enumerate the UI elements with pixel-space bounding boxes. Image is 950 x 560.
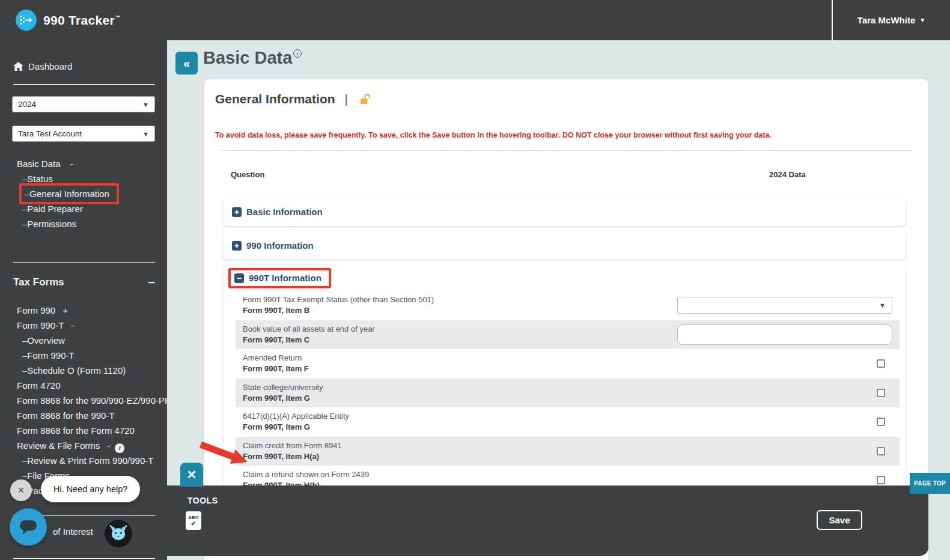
- account-select[interactable]: Tara Test Account ▼: [12, 126, 155, 142]
- spellcheck-button[interactable]: ABC ✔: [186, 511, 201, 530]
- unlock-icon[interactable]: [359, 94, 370, 105]
- hovering-toolbar: TOOLS ABC ✔ Save: [167, 485, 928, 556]
- cat-icon: [109, 525, 127, 542]
- form-item-label: Form 990T, Item C: [243, 335, 671, 345]
- year-select[interactable]: 2024 ▼: [12, 96, 155, 112]
- question-label: Claim a refund shown on Form 2439: [243, 469, 671, 480]
- sidebar-item-form-8868-for-the-990-990-ez-990-pf[interactable]: Form 8868 for the 990/990-EZ/990-PF: [0, 393, 167, 408]
- sidebar-item-dashboard[interactable]: Dashboard: [13, 60, 167, 72]
- accordion-list: +Basic Information+990 Information−990T …: [224, 198, 906, 495]
- collapse-indicator: -: [107, 440, 110, 451]
- info-icon[interactable]: i: [115, 443, 124, 453]
- basic-data-list: –Status–General Information–Paid Prepare…: [0, 171, 167, 231]
- question-text: State college/universityForm 990T, Item …: [236, 382, 671, 404]
- section-header-990t-information[interactable]: −990T Information: [224, 265, 906, 291]
- info-icon[interactable]: i: [293, 49, 302, 58]
- page-title: Basic Datai: [203, 48, 302, 68]
- question-label: State college/university: [243, 382, 671, 393]
- items-of-interest-label[interactable]: of Interest: [53, 526, 93, 537]
- section-label: 990T Information: [249, 273, 321, 283]
- question-text: Amended ReturnForm 990T, Item F: [236, 353, 671, 374]
- answer-checkbox[interactable]: [877, 476, 885, 484]
- section-header-990-information[interactable]: +990 Information: [224, 231, 906, 260]
- sidebar-item-permissions[interactable]: –Permissions: [0, 216, 167, 231]
- main-content: « Basic Datai General Information | To a…: [167, 40, 950, 560]
- form-item-label: Form 990T, Item G: [243, 422, 671, 433]
- answer-control: [671, 324, 900, 345]
- question-label: Form 990T Tax Exempt Status (other than …: [243, 294, 671, 305]
- sidebar-item-form-4720[interactable]: Form 4720: [0, 378, 167, 393]
- answer-control: [671, 359, 900, 368]
- column-question: Question: [231, 170, 264, 179]
- sidebar-item-basic-data[interactable]: Basic Data -: [0, 156, 167, 171]
- sidebar-divider: [13, 262, 155, 263]
- section-990t-information: −990T InformationForm 990T Tax Exempt St…: [224, 265, 906, 495]
- chevron-down-icon: ▼: [879, 302, 886, 309]
- user-name: Tara McWhite: [857, 15, 915, 25]
- save-warning-text: To avoid data loss, please save frequent…: [215, 131, 918, 139]
- app-header: 990 Tracker™ Tara McWhite ▼: [0, 0, 950, 40]
- expand-icon: +: [232, 241, 242, 251]
- table-row: Claim credit from Form 8941Form 990T, It…: [236, 437, 900, 466]
- save-button[interactable]: Save: [817, 510, 862, 530]
- sidebar-item-form-990-t[interactable]: Form 990-T-: [0, 318, 167, 333]
- form-item-label: Form 990T, Item H(a): [243, 451, 671, 462]
- answer-checkbox[interactable]: [877, 359, 885, 368]
- question-label: 6417(d)(1)(A) Applicable Entity: [243, 411, 671, 422]
- answer-checkbox[interactable]: [877, 447, 885, 455]
- collapse-section-control[interactable]: −: [148, 276, 155, 290]
- table-row: Amended ReturnForm 990T, Item F: [236, 349, 900, 379]
- sidebar-item-form-8868-for-the-990-t[interactable]: Form 8868 for the 990-T: [0, 408, 167, 423]
- question-text: Form 990T Tax Exempt Status (other than …: [236, 294, 671, 316]
- chat-greeting-bubble[interactable]: Hi. Need any help?: [41, 476, 140, 502]
- page-top-button[interactable]: PAGE TOP: [910, 473, 950, 494]
- form-item-label: Form 990T, Item B: [243, 305, 671, 316]
- home-icon: [13, 62, 23, 71]
- collapse-indicator: +: [62, 305, 68, 315]
- answer-control: [671, 447, 900, 455]
- answer-checkbox[interactable]: [877, 389, 885, 397]
- basic-data-nav: Basic Data - –Status–General Information…: [0, 156, 167, 231]
- question-text: Book value of all assets at end of yearF…: [236, 324, 671, 345]
- table-row: 6417(d)(1)(A) Applicable EntityForm 990T…: [236, 407, 900, 437]
- sidebar-item-schedule-o-form-1120[interactable]: –Schedule O (Form 1120): [0, 363, 167, 378]
- red-highlight-annotation: −990T Information: [228, 268, 331, 288]
- form-item-label: Form 990T, Item G: [243, 393, 671, 404]
- section-label: 990 Information: [246, 240, 314, 251]
- answer-checkbox[interactable]: [877, 418, 885, 426]
- column-2024-data: 2024 Data: [769, 170, 806, 179]
- sidebar-item-review-file-forms[interactable]: Review & File Forms-i: [0, 438, 167, 453]
- assistant-cat-avatar[interactable]: [105, 520, 132, 547]
- sidebar-item-review-print-form-990-990-t[interactable]: –Review & Print Form 990/990-T: [0, 453, 167, 468]
- sidebar-item-overview[interactable]: –Overview: [0, 333, 167, 348]
- answer-select[interactable]: ▼: [677, 297, 892, 314]
- sidebar-collapse-button[interactable]: «: [175, 52, 198, 75]
- answer-input[interactable]: [677, 324, 892, 345]
- question-label: Claim credit from Form 8941: [243, 440, 671, 451]
- section-label: Basic Information: [246, 207, 323, 217]
- toolbar-close-button[interactable]: ✕: [180, 463, 203, 487]
- card-title: General Information: [215, 92, 335, 106]
- sidebar-item-general-information[interactable]: –General Information: [0, 186, 167, 201]
- answer-control: [671, 389, 900, 397]
- dashboard-label: Dashboard: [28, 61, 72, 72]
- answer-control: [671, 418, 900, 426]
- table-row: Book value of all assets at end of yearF…: [236, 320, 900, 350]
- chat-greeting-text: Hi. Need any help?: [53, 484, 127, 494]
- sidebar-item-form-990-t[interactable]: –Form 990-T: [0, 348, 167, 363]
- app-logo[interactable]: 990 Tracker™: [16, 10, 120, 31]
- user-menu[interactable]: Tara McWhite ▼: [832, 0, 950, 40]
- chevron-down-icon: ▼: [142, 130, 149, 138]
- section-header-basic-information[interactable]: +Basic Information: [224, 198, 906, 226]
- section-basic-information: +Basic Information: [224, 198, 906, 226]
- section-990-information: +990 Information: [224, 231, 906, 260]
- chat-dismiss-button[interactable]: ×: [10, 479, 32, 501]
- question-label: Book value of all assets at end of year: [243, 324, 671, 335]
- chat-launcher-button[interactable]: [10, 508, 47, 546]
- tax-forms-list: Form 990+Form 990-T-–Overview–Form 990-T…: [0, 303, 167, 498]
- card-divider: [221, 150, 912, 151]
- tax-forms-heading-row: Tax Forms −: [13, 275, 155, 290]
- sidebar-item-form-990[interactable]: Form 990+: [0, 303, 167, 318]
- question-label: Amended Return: [243, 353, 671, 364]
- sidebar-item-form-8868-for-the-form-4720[interactable]: Form 8868 for the Form 4720: [0, 423, 167, 438]
